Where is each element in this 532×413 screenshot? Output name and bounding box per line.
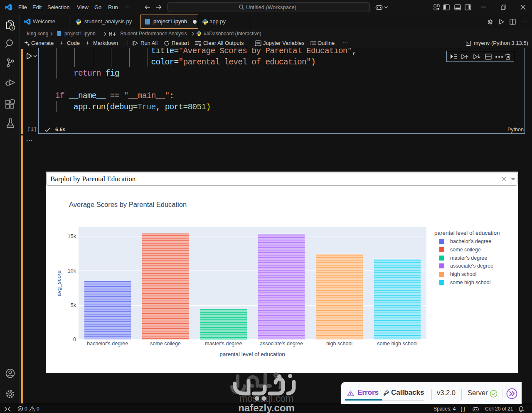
svg-text:1: 1 [11,26,13,30]
svg-text:nafezly.com: nafezly.com [238,402,295,413]
